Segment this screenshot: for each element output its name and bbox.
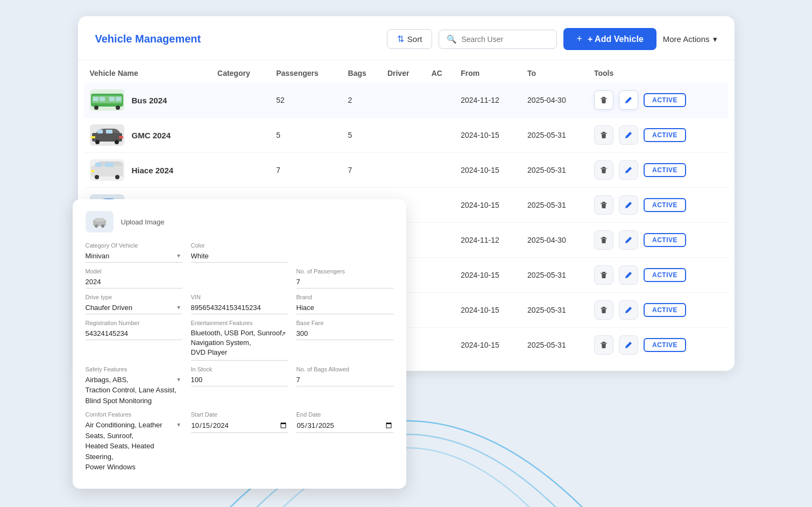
edit-button[interactable]	[619, 335, 638, 355]
passengers-cell: 5	[271, 118, 342, 153]
table-row: Bus 2024 52 2 2024-11-12 2025-04-30	[84, 83, 728, 118]
sort-button[interactable]: ⇅ Sort	[387, 29, 433, 49]
svg-rect-65	[95, 218, 104, 222]
form-row-6: Comfort Features Air Conditioning, Leath…	[86, 411, 393, 473]
svg-rect-42	[601, 238, 607, 239]
base-fare-label: Base Fare	[296, 320, 393, 326]
vehicle-name-cell: Bus 2024	[84, 83, 213, 118]
form-row-3: Drive type Chaufer Driven VIN Brand	[86, 294, 393, 314]
entertainment-label: Entertainment Features	[191, 320, 288, 326]
drive-type-select[interactable]: Chaufer Driven	[86, 302, 182, 314]
svg-rect-16	[119, 136, 123, 138]
edit-button[interactable]	[619, 90, 638, 110]
comfort-label: Comfort Features	[86, 411, 182, 418]
ac-cell	[426, 153, 455, 188]
trash-icon	[599, 271, 608, 279]
tools-cell: ACTIVE	[589, 188, 728, 223]
trash-icon	[599, 166, 608, 174]
edit-button[interactable]	[619, 195, 638, 215]
to-cell: 2025-05-31	[522, 293, 589, 328]
model-group: Model	[86, 268, 182, 288]
more-actions-label: More Actions	[663, 34, 710, 44]
safety-label: Safety Features	[86, 366, 182, 372]
edit-icon	[624, 166, 633, 174]
tools-cell: ACTIVE	[589, 293, 728, 328]
svg-rect-17	[602, 132, 605, 133]
svg-point-67	[101, 224, 104, 228]
col-bags: Bags	[343, 60, 382, 83]
edit-icon	[624, 201, 633, 209]
svg-rect-18	[601, 133, 607, 134]
safety-value: Airbags, ABS,Traction Control, Lane Assi…	[86, 375, 182, 406]
edit-icon	[624, 96, 633, 104]
tools-cell: ACTIVE	[589, 83, 728, 118]
start-date-input[interactable]	[191, 420, 288, 433]
base-fare-group: Base Fare	[296, 320, 393, 361]
delete-button[interactable]	[594, 90, 613, 110]
reg-input[interactable]	[86, 328, 182, 340]
start-date-group: Start Date	[191, 411, 288, 473]
from-cell: 2024-10-15	[455, 293, 522, 328]
to-cell: 2025-05-31	[522, 258, 589, 293]
vehicle-name: Bus 2024	[132, 96, 167, 105]
search-box: 🔍	[439, 30, 557, 49]
upload-label[interactable]: Upload Image	[121, 218, 165, 226]
delete-button[interactable]	[594, 195, 613, 215]
form-row-1: Category Of Vehicle Minivan Color	[86, 242, 393, 263]
svg-point-66	[95, 224, 98, 228]
edit-button[interactable]	[619, 230, 638, 250]
safety-group: Safety Features Airbags, ABS,Traction Co…	[86, 366, 182, 406]
delete-button[interactable]	[594, 125, 613, 145]
delete-button[interactable]	[594, 335, 613, 355]
add-vehicle-button[interactable]: + + Add Vehicle	[563, 28, 656, 50]
tools-cell: ACTIVE	[589, 153, 728, 188]
edit-icon	[624, 271, 633, 279]
vin-input[interactable]	[191, 302, 288, 314]
status-badge: ACTIVE	[644, 198, 686, 212]
reg-group: Registration Number	[86, 320, 182, 361]
col-driver: Driver	[382, 60, 426, 83]
search-input[interactable]	[461, 35, 547, 44]
end-date-input[interactable]	[296, 420, 393, 433]
delete-button[interactable]	[594, 230, 613, 250]
tools-cell: ACTIVE	[589, 223, 728, 258]
upload-icon-box	[86, 211, 114, 233]
delete-button[interactable]	[594, 265, 613, 285]
trash-icon	[599, 236, 608, 244]
to-cell: 2025-05-31	[522, 153, 589, 188]
svg-rect-41	[602, 237, 605, 238]
color-input[interactable]	[191, 251, 288, 263]
bags-allowed-input[interactable]	[296, 375, 393, 386]
edit-button[interactable]	[619, 265, 638, 285]
model-label: Model	[86, 268, 182, 274]
vehicle-form-card: Upload Image Category Of Vehicle Minivan…	[73, 199, 406, 489]
table-header-row: Vehicle Name Category Passengers Bags Dr…	[84, 60, 728, 83]
sort-label: Sort	[407, 34, 422, 44]
svg-rect-48	[602, 272, 605, 273]
status-badge: ACTIVE	[644, 268, 686, 282]
category-cell	[212, 153, 271, 188]
svg-rect-20	[95, 163, 102, 167]
base-fare-input[interactable]	[296, 328, 393, 340]
delete-button[interactable]	[594, 300, 613, 320]
in-stock-input[interactable]	[191, 375, 288, 386]
svg-rect-3	[100, 97, 105, 101]
vehicle-name-cell: GMC 2024	[84, 118, 213, 153]
edit-button[interactable]	[619, 300, 638, 320]
status-badge: ACTIVE	[644, 163, 686, 177]
ac-cell	[426, 328, 455, 363]
color-group: Color	[191, 242, 288, 263]
delete-button[interactable]	[594, 160, 613, 180]
svg-rect-24	[91, 170, 94, 172]
status-badge: ACTIVE	[644, 233, 686, 247]
category-select[interactable]: Minivan	[86, 251, 182, 263]
to-cell: 2025-04-30	[522, 223, 589, 258]
passengers-input[interactable]	[296, 277, 393, 288]
model-input[interactable]	[86, 277, 182, 288]
edit-button[interactable]	[619, 160, 638, 180]
edit-button[interactable]	[619, 125, 638, 145]
trash-icon	[599, 341, 608, 349]
more-actions-button[interactable]: More Actions ▾	[663, 34, 717, 44]
brand-input[interactable]	[296, 302, 393, 314]
vehicle-image	[90, 159, 124, 181]
